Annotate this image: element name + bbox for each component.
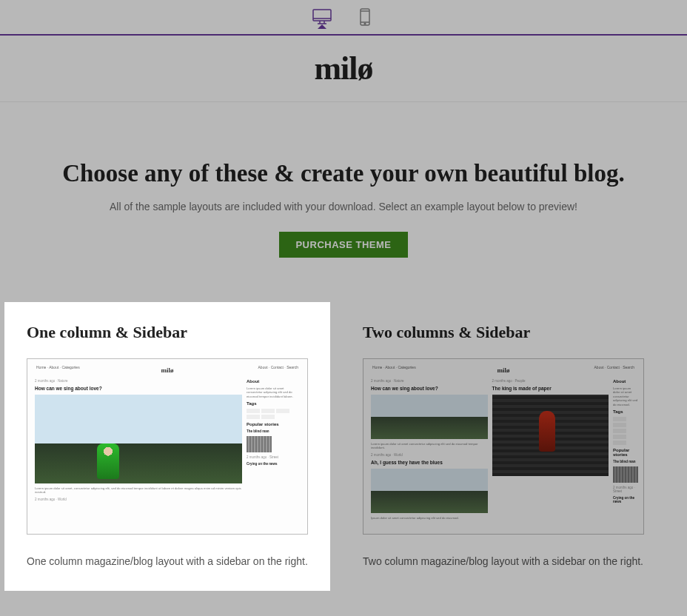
desktop-view-button[interactable] (312, 7, 332, 27)
hero-subline: All of the sample layouts are included w… (30, 201, 657, 212)
brand-bar: milø (0, 36, 687, 102)
layout-grid: One column & Sidebar Home · About · Cate… (0, 302, 687, 606)
purchase-theme-button[interactable]: PURCHASE THEME (279, 232, 407, 258)
layout-title: Two columns & Sidebar (363, 323, 644, 342)
svg-point-8 (364, 23, 366, 24)
layout-thumbnail: Home · About · Categories About · Contac… (363, 358, 644, 535)
layout-description: Two column magazine/blog layout with a s… (363, 554, 644, 570)
viewport-toggle-bar (0, 0, 687, 36)
layout-thumbnail: Home · About · Categories About · Contac… (27, 358, 308, 535)
hero-headline: Choose any of these & create your own be… (30, 160, 657, 187)
desktop-icon (312, 8, 332, 26)
layout-description: One column magazine/blog layout with a s… (27, 554, 308, 570)
active-indicator-arrow (318, 24, 326, 29)
hero-section: Choose any of these & create your own be… (0, 102, 687, 302)
layout-card-two-columns-sidebar[interactable]: Two columns & Sidebar Home · About · Cat… (341, 302, 666, 591)
mobile-view-button[interactable] (355, 7, 375, 27)
site-logo: milø (314, 50, 372, 87)
layout-title: One column & Sidebar (27, 323, 308, 342)
mobile-icon (359, 8, 371, 26)
layout-card-one-column-sidebar[interactable]: One column & Sidebar Home · About · Cate… (4, 302, 330, 591)
